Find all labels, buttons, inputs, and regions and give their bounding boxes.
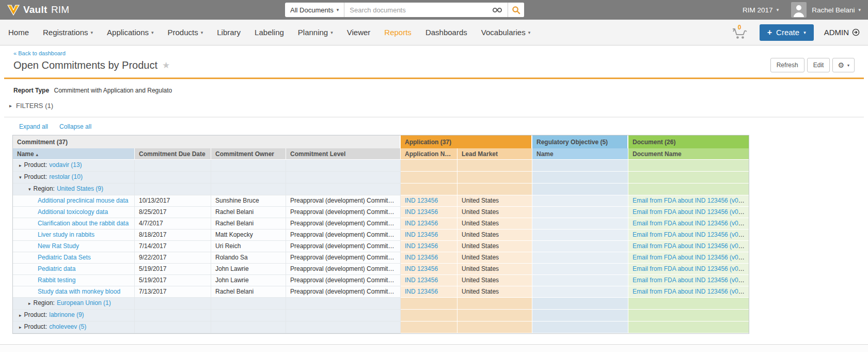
empty-cell — [135, 322, 211, 333]
group-link[interactable]: European Union (1) — [57, 299, 111, 307]
document-link[interactable]: Email from FDA about IND 123456 (v0.1) — [633, 254, 746, 261]
document-link[interactable]: Email from FDA about IND 123456 (v0.1) — [633, 208, 746, 216]
empty-cell — [286, 310, 401, 322]
column-header-lead-market[interactable]: Lead Market — [457, 148, 532, 160]
commitment-link[interactable]: Additional preclinical mouse data — [38, 197, 128, 204]
group-link[interactable]: vodavir (13) — [49, 161, 82, 169]
document-link[interactable]: Email from FDA about IND 123456 (v0.1) — [633, 197, 746, 204]
empty-cell — [401, 298, 457, 310]
avatar[interactable] — [791, 2, 807, 18]
nav-right: 0 + Create ▾ ADMIN — [731, 24, 860, 41]
application-link[interactable]: IND 123456 — [405, 197, 438, 204]
admin-button[interactable]: ADMIN — [824, 28, 860, 37]
commitment-link[interactable]: Study data with monkey blood — [38, 288, 120, 295]
nav-item-registrations[interactable]: Registrations▾ — [43, 28, 93, 37]
expand-caret-icon[interactable]: ▸ — [19, 325, 22, 330]
nav-item-library[interactable]: Library — [217, 28, 241, 37]
document-link[interactable]: Email from FDA about IND 123456 (v0.1) — [633, 242, 746, 250]
commitment-name-cell: Additional preclinical mouse data — [13, 195, 135, 207]
empty-cell — [532, 322, 628, 333]
column-header-commitment-level[interactable]: Commitment Level — [286, 148, 401, 160]
create-button[interactable]: + Create ▾ — [760, 24, 814, 41]
search-button[interactable] — [508, 3, 524, 17]
nav-item-viewer[interactable]: Viewer — [347, 28, 371, 37]
nav-item-planning[interactable]: Planning▾ — [298, 28, 333, 37]
application-link[interactable]: IND 123456 — [405, 277, 438, 284]
collapse-caret-icon[interactable]: ▾ — [19, 175, 22, 180]
column-header-commitment-owner[interactable]: Commitment Owner — [211, 148, 286, 160]
document-link[interactable]: Email from FDA about IND 123456 (v0.1) — [633, 277, 746, 284]
edit-button[interactable]: Edit — [807, 58, 830, 72]
commitment-link[interactable]: Pediatric Data Sets — [38, 254, 91, 261]
favorite-star-icon[interactable]: ★ — [162, 60, 170, 71]
expand-caret-icon[interactable]: ▸ — [19, 163, 22, 168]
filters-toggle[interactable]: ▸ FILTERS (1) — [4, 94, 864, 117]
document-link[interactable]: Email from FDA about IND 123456 (v0.1) — [633, 231, 746, 238]
commitment-link[interactable]: Additional toxicology data — [38, 208, 108, 216]
nav-item-labeling[interactable]: Labeling — [255, 28, 284, 37]
commitment-link[interactable]: Pediatric data — [38, 265, 75, 272]
application-link[interactable]: IND 123456 — [405, 208, 438, 216]
lead-market-cell: United States — [457, 207, 532, 218]
application-link[interactable]: IND 123456 — [405, 242, 438, 250]
due-date-cell: 7/14/2017 — [135, 241, 211, 252]
empty-cell — [532, 160, 628, 172]
column-header-regobj-name[interactable]: Name — [532, 148, 628, 160]
nav-item-vocabularies[interactable]: Vocabularies▾ — [481, 28, 530, 37]
nav-item-products[interactable]: Products▾ — [168, 28, 203, 37]
user-name: Rachel Belani — [812, 6, 855, 14]
plus-icon: + — [767, 28, 772, 37]
vault-logo[interactable]: Vault RIM — [7, 4, 69, 16]
back-to-dashboard-link[interactable]: « Back to dashboard — [13, 50, 855, 56]
empty-cell — [401, 183, 457, 195]
application-link[interactable]: IND 123456 — [405, 265, 438, 272]
application-link[interactable]: IND 123456 — [405, 231, 438, 238]
empty-cell — [628, 183, 749, 195]
commitment-link[interactable]: Liver study in rabbits — [38, 231, 94, 238]
search-input[interactable] — [344, 6, 487, 14]
collapse-all-link[interactable]: Collapse all — [59, 123, 91, 130]
column-header-document-name[interactable]: Document Name — [628, 148, 749, 160]
empty-cell — [211, 322, 286, 333]
cart-button[interactable]: 0 — [731, 24, 749, 41]
empty-cell — [457, 310, 532, 322]
application-link[interactable]: IND 123456 — [405, 288, 438, 295]
nav-item-dashboards[interactable]: Dashboards — [425, 28, 467, 37]
commitment-link[interactable]: New Rat Study — [38, 242, 79, 250]
nav-item-reports[interactable]: Reports — [384, 28, 412, 37]
empty-cell — [135, 172, 211, 183]
group-link[interactable]: United States (9) — [57, 185, 103, 192]
level-cell: Preapproval (development) Commitment — [286, 195, 401, 207]
group-link[interactable]: choleveev (5) — [49, 323, 86, 330]
table-row: Pediatric data5/19/2017John LawriePreapp… — [13, 264, 749, 275]
empty-cell — [401, 322, 457, 333]
expand-caret-icon[interactable]: ▸ — [28, 301, 31, 306]
actions-menu-button[interactable]: ⚙ ▾ — [832, 58, 855, 72]
user-menu-dropdown[interactable]: Rachel Belani ▾ — [812, 6, 861, 14]
regulatory-objective-cell — [532, 252, 628, 264]
expand-caret-icon[interactable]: ▸ — [19, 313, 22, 318]
column-header-application-number[interactable]: Application Number — [401, 148, 457, 160]
nav-item-home[interactable]: Home — [8, 28, 29, 37]
column-header-name[interactable]: Name▴ — [13, 148, 135, 160]
column-header-commitment-due-date[interactable]: Commitment Due Date — [135, 148, 211, 160]
column-header-row: Name▴ Commitment Due Date Commitment Own… — [13, 148, 749, 160]
nav-item-applications[interactable]: Applications▾ — [107, 28, 153, 37]
application-link[interactable]: IND 123456 — [405, 254, 438, 261]
page-header: « Back to dashboard Open Commitments by … — [4, 45, 864, 79]
expand-caret-icon: ▸ — [9, 103, 12, 109]
expand-all-link[interactable]: Expand all — [19, 123, 48, 130]
commitment-link[interactable]: Rabbit testing — [38, 277, 75, 284]
search-scope-dropdown[interactable]: All Documents ▾ — [285, 3, 344, 17]
vault-selector-dropdown[interactable]: RIM 2017 ▾ — [743, 6, 779, 14]
group-link[interactable]: restolar (10) — [49, 173, 83, 180]
document-link[interactable]: Email from FDA about IND 123456 (v0.1) — [633, 288, 746, 295]
group-link[interactable]: labrinone (9) — [49, 311, 84, 318]
advanced-search-button[interactable] — [487, 3, 508, 17]
document-link[interactable]: Email from FDA about IND 123456 (v0.1) — [633, 220, 746, 227]
commitment-link[interactable]: Clarification about the rabbit data — [38, 220, 129, 227]
collapse-caret-icon[interactable]: ▾ — [28, 187, 31, 192]
refresh-button[interactable]: Refresh — [770, 58, 804, 72]
document-link[interactable]: Email from FDA about IND 123456 (v0.1) — [633, 265, 746, 272]
application-link[interactable]: IND 123456 — [405, 220, 438, 227]
